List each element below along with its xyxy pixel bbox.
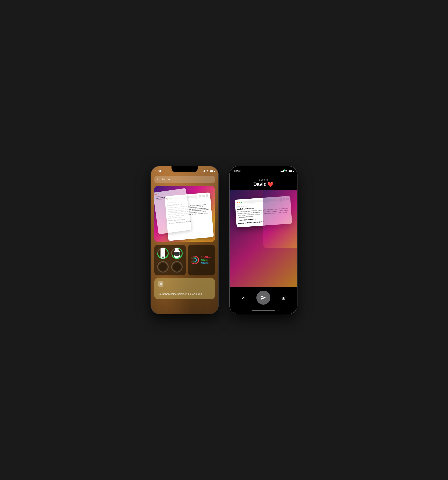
heart-emoji: ❤️ bbox=[267, 182, 274, 187]
delivery-icon bbox=[158, 281, 164, 287]
activity-rings bbox=[190, 256, 199, 264]
svg-rect-8 bbox=[175, 256, 178, 258]
recipient-name: David bbox=[253, 182, 267, 187]
watch-ping-circle[interactable] bbox=[171, 247, 183, 259]
signal-bar-3 bbox=[204, 171, 204, 172]
back-dot-g bbox=[157, 193, 159, 195]
signal-bar-r2 bbox=[281, 171, 282, 172]
browser-window-left-back: zeigen wir euch hier. Locket: Einrichtun… bbox=[154, 188, 192, 234]
iphone-ping-circle[interactable] bbox=[157, 247, 169, 259]
search-placeholder: Suchen bbox=[161, 178, 171, 181]
svg-point-10 bbox=[158, 262, 168, 272]
empty-circle-2[interactable] bbox=[171, 261, 183, 273]
signal-bar-1 bbox=[202, 171, 202, 172]
svg-rect-7 bbox=[175, 248, 178, 251]
phone-left: 13:33 bbox=[150, 166, 219, 314]
prev-dot-green bbox=[241, 202, 242, 203]
svg-rect-3 bbox=[162, 256, 164, 258]
bg-photo bbox=[263, 190, 297, 248]
right-screen: 13:32 bbox=[230, 166, 297, 314]
left-screen: 13:33 bbox=[151, 166, 218, 314]
send-header: Send to David❤️ bbox=[230, 175, 297, 190]
wifi-icon-right bbox=[285, 170, 288, 173]
signal-bar-r3 bbox=[282, 171, 283, 172]
battery-fill-right bbox=[289, 170, 292, 172]
notch bbox=[171, 166, 198, 172]
toolbar-icon-2 bbox=[202, 194, 205, 197]
delivery-widget: Sie haben keine baldigen Lieferungen. bbox=[154, 278, 215, 299]
screenshot-card: zeigen wir euch hier. Locket: Einrichtun… bbox=[154, 186, 215, 242]
svg-rect-9 bbox=[174, 252, 179, 256]
screenshot-bg: zeigen wir euch hier. Locket: Einrichtun… bbox=[154, 186, 215, 242]
phone-right: 13:32 bbox=[229, 166, 298, 314]
send-to-label: Send to bbox=[234, 178, 293, 181]
home-indicator-container bbox=[230, 310, 297, 314]
prev-dot-yellow bbox=[239, 202, 240, 203]
save-button[interactable] bbox=[279, 293, 288, 303]
signal-bar-r1 bbox=[281, 171, 281, 172]
calories-stat: 141/660KCAL bbox=[201, 256, 212, 259]
battery-fill bbox=[210, 170, 213, 172]
activity-stats: 141/660KCAL 0/30MIN. 6/12STD. bbox=[201, 256, 212, 264]
signal-bar-r4 bbox=[283, 170, 284, 172]
battery-icon bbox=[210, 170, 214, 172]
iphone-icon bbox=[159, 249, 167, 257]
device-ping-widget bbox=[154, 245, 186, 275]
time-right: 13:32 bbox=[234, 169, 241, 173]
prev-dot-red bbox=[237, 202, 238, 203]
preview-area: zeigen wir euch hier. Locket: Einrichtun… bbox=[230, 190, 297, 287]
signal-bar-2 bbox=[203, 171, 203, 172]
watch-icon bbox=[173, 249, 181, 257]
status-icons-right bbox=[281, 170, 293, 173]
time-left: 13:33 bbox=[155, 169, 162, 173]
home-indicator[interactable] bbox=[252, 310, 275, 311]
hours-stat: 6/12STD. bbox=[201, 261, 212, 264]
status-icons-left bbox=[202, 170, 214, 173]
signal-icon-right bbox=[281, 170, 284, 172]
empty-circle-1[interactable] bbox=[157, 261, 169, 273]
send-to-name: David❤️ bbox=[234, 182, 293, 187]
action-bar bbox=[230, 287, 297, 310]
search-icon bbox=[157, 178, 160, 181]
minutes-stat: 0/30MIN. bbox=[201, 258, 212, 261]
notch-right bbox=[250, 166, 277, 172]
signal-icon bbox=[202, 170, 205, 172]
phones-container: 13:33 bbox=[150, 166, 298, 314]
toolbar-icons bbox=[199, 194, 208, 198]
back-dot-r bbox=[154, 194, 156, 195]
svg-point-11 bbox=[172, 262, 182, 272]
toolbar-icon-3 bbox=[206, 194, 208, 197]
delivery-text: Sie haben keine baldigen Lieferungen. bbox=[158, 292, 203, 296]
toolbar-icon-1 bbox=[199, 195, 201, 198]
activity-widget: 141/660KCAL 0/30MIN. 6/12STD. bbox=[188, 245, 215, 275]
search-bar[interactable]: Suchen bbox=[154, 176, 215, 183]
wifi-icon bbox=[206, 170, 209, 173]
battery-icon-right bbox=[289, 170, 293, 172]
signal-bar-4 bbox=[204, 170, 205, 172]
cancel-button[interactable] bbox=[238, 293, 248, 303]
widgets-row: 141/660KCAL 0/30MIN. 6/12STD. bbox=[154, 245, 215, 275]
back-dot-y bbox=[156, 194, 157, 195]
send-button[interactable] bbox=[256, 291, 270, 305]
